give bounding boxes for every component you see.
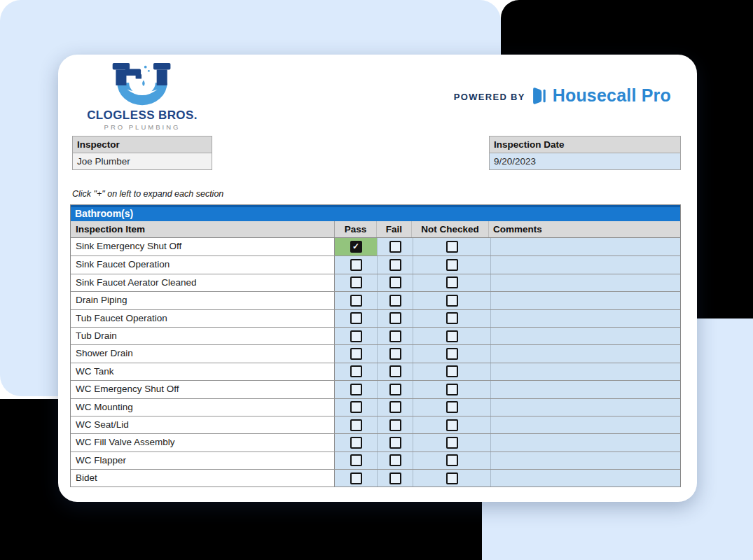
fail-cell [377,434,413,451]
pass-checkbox[interactable] [350,276,362,288]
not-checked-checkbox[interactable] [446,259,458,271]
table-row: Drain Piping [71,291,680,309]
pass-checkbox[interactable] [350,312,362,324]
pass-checkbox[interactable] [350,454,362,466]
fail-checkbox[interactable] [389,384,401,396]
fail-checkbox[interactable] [389,312,401,324]
fail-cell [377,345,413,362]
inspection-table: Bathroom(s) Inspection Item Pass Fail No… [70,204,681,487]
pass-cell [334,363,377,380]
pass-checkbox[interactable] [350,348,362,360]
comments-cell[interactable] [490,452,680,469]
comments-cell[interactable] [490,381,680,398]
fail-cell [377,399,413,416]
inspection-checklist-card: CLOGLESS BROS. PRO PLUMBING POWERED BY H… [58,55,697,502]
powered-by-badge: POWERED BY Housecall Pro [454,85,671,106]
fail-checkbox[interactable] [389,472,401,484]
comments-cell[interactable] [490,292,680,309]
pass-checkbox[interactable] [350,419,362,431]
fail-cell [377,452,413,469]
pass-checkbox[interactable]: ✓ [350,241,362,253]
u-pipe-faucet-icon [109,63,175,108]
not-checked-checkbox[interactable] [446,472,458,484]
not-checked-cell [413,416,490,433]
not-checked-checkbox[interactable] [446,454,458,466]
pass-checkbox[interactable] [350,401,362,413]
comments-cell[interactable] [490,399,680,416]
not-checked-cell [413,328,490,344]
inspection-item-label: WC Seat/Lid [71,416,334,433]
fail-checkbox[interactable] [389,348,401,360]
fail-checkbox[interactable] [389,276,401,288]
pass-cell [334,416,377,433]
column-header-comments: Comments [488,221,680,237]
comments-cell[interactable] [490,256,680,273]
not-checked-cell [413,363,490,380]
fail-checkbox[interactable] [389,365,401,377]
pass-checkbox[interactable] [350,365,362,377]
not-checked-checkbox[interactable] [446,330,458,342]
comments-cell[interactable] [490,238,680,255]
fail-checkbox[interactable] [389,419,401,431]
not-checked-cell [413,470,490,486]
not-checked-checkbox[interactable] [446,437,458,449]
not-checked-cell [413,256,490,273]
fail-cell [377,310,413,327]
inspection-item-label: Sink Emergency Shut Off [71,238,334,255]
table-body: Sink Emergency Shut Off✓Sink Faucet Oper… [71,238,680,486]
not-checked-checkbox[interactable] [446,312,458,324]
inspector-label: Inspector [73,136,212,153]
inspection-date-value-cell[interactable]: 9/20/2023 [490,153,680,169]
fail-checkbox[interactable] [389,437,401,449]
pass-checkbox[interactable] [350,472,362,484]
comments-cell[interactable] [490,434,680,451]
pass-checkbox[interactable] [350,259,362,271]
comments-cell[interactable] [490,274,680,291]
section-header-bathrooms[interactable]: Bathroom(s) [71,205,680,221]
table-row: Sink Faucet Operation [71,255,680,273]
inspection-item-label: WC Emergency Shut Off [71,381,334,398]
fail-checkbox[interactable] [389,241,401,253]
fail-checkbox[interactable] [389,401,401,413]
not-checked-checkbox[interactable] [446,384,458,396]
pass-cell: ✓ [334,238,377,255]
table-row: Tub Faucet Operation [71,309,680,327]
fail-cell [377,274,413,291]
pass-checkbox[interactable] [350,384,362,396]
not-checked-checkbox[interactable] [446,295,458,307]
comments-cell[interactable] [490,470,680,486]
fail-checkbox[interactable] [389,295,401,307]
inspection-item-label: Drain Piping [71,292,334,309]
fail-cell [377,416,413,433]
inspection-item-label: WC Mounting [71,399,334,416]
not-checked-checkbox[interactable] [446,401,458,413]
pass-cell [334,328,377,344]
not-checked-checkbox[interactable] [446,419,458,431]
comments-cell[interactable] [490,416,680,433]
pass-checkbox[interactable] [350,437,362,449]
expand-hint: Click "+" on left to expand each section [72,189,223,199]
fail-cell [377,470,413,486]
fail-checkbox[interactable] [389,454,401,466]
column-header-pass: Pass [334,221,376,237]
inspector-value-cell[interactable]: Joe Plumber [73,153,212,169]
pass-cell [334,470,377,486]
not-checked-cell [413,292,490,309]
not-checked-checkbox[interactable] [446,276,458,288]
comments-cell[interactable] [490,363,680,380]
fail-checkbox[interactable] [389,330,401,342]
not-checked-cell [413,381,490,398]
powered-by-label: POWERED BY [454,90,525,102]
pass-checkbox[interactable] [350,330,362,342]
pass-checkbox[interactable] [350,295,362,307]
not-checked-checkbox[interactable] [446,365,458,377]
fail-checkbox[interactable] [389,259,401,271]
table-row: WC Tank [71,363,680,380]
not-checked-checkbox[interactable] [446,348,458,360]
fail-cell [377,256,413,273]
not-checked-checkbox[interactable] [446,241,458,253]
comments-cell[interactable] [490,328,680,344]
comments-cell[interactable] [490,345,680,362]
comments-cell[interactable] [490,310,680,327]
inspection-item-label: Bidet [71,470,334,486]
